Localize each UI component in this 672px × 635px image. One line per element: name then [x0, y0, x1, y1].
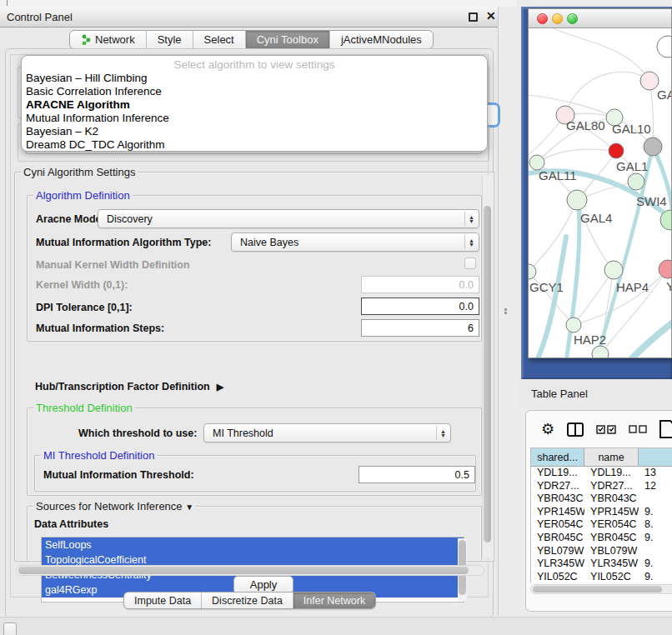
aracne-mode-combo[interactable]: Discovery ▲▼	[98, 209, 479, 228]
mi-threshold-field[interactable]: 0.5	[359, 466, 475, 483]
hub-transcription-expander[interactable]: Hub/Transcription Factor Definition▶	[35, 381, 223, 392]
tab-infer-network[interactable]: Infer Network	[293, 592, 375, 608]
table-cell	[639, 492, 672, 506]
close-traffic-light-icon[interactable]	[537, 13, 548, 24]
column-view-icon[interactable]	[567, 422, 584, 437]
tab-label: Impute Data	[134, 595, 191, 607]
network-edge[interactable]	[649, 81, 654, 147]
sources-group: Sources for Network Inference ▼ Data Att…	[27, 506, 482, 561]
mi-algorithm-type-combo[interactable]: Naive Bayes ▲▼	[231, 232, 479, 252]
network-view-frame[interactable]: GAL7GAL80GAL10GAL11GAL1GAL4SWI4GCY1HAP4Y…	[521, 7, 672, 379]
table-horizontal-scrollbar[interactable]	[530, 584, 672, 594]
table-cell: YLR345W	[584, 558, 639, 571]
expander-right-arrow-icon: ▶	[217, 382, 223, 392]
expander-down-arrow-icon: ▼	[185, 502, 193, 512]
tab-impute-data[interactable]: Impute Data	[124, 592, 202, 608]
mi-steps-field[interactable]: 6	[361, 319, 479, 337]
table-row[interactable]: YDL19...YDL19...13	[531, 467, 672, 480]
algorithm-dropdown-list: Bayesian – Hill ClimbingBasic Correlatio…	[22, 72, 487, 152]
table-row[interactable]: YIL052CYIL052C9.	[531, 571, 672, 582]
node-label: GAL1	[616, 159, 648, 173]
network-node-hap2[interactable]	[566, 318, 581, 332]
algorithm-option[interactable]: Dream8 DC_TDC Algorithm	[22, 138, 487, 152]
column-header[interactable]	[639, 448, 672, 467]
table-cell: YIL052C	[531, 571, 584, 582]
mi-steps-label: Mutual Information Steps:	[36, 322, 164, 334]
network-node-gal4[interactable]	[567, 190, 587, 210]
table-row[interactable]: YLR345WYLR345W9.	[531, 558, 672, 571]
which-threshold-combo[interactable]: MI Threshold ▲▼	[203, 423, 451, 442]
close-icon[interactable]: ✕	[486, 9, 496, 22]
network-node-gcy1[interactable]	[529, 264, 536, 279]
scrollbar-thumb[interactable]	[484, 206, 491, 542]
algorithm-option[interactable]: Basic Correlation Inference	[22, 85, 487, 98]
tab-discretize-data[interactable]: Discretize Data	[202, 592, 293, 608]
network-node-gal1[interactable]	[628, 173, 644, 190]
zoom-traffic-light-icon[interactable]	[567, 13, 578, 24]
control-panel-window: Control Panel ✕ NetworkStyleSelectCyni T…	[0, 7, 499, 615]
document-icon[interactable]	[659, 420, 672, 438]
table-row[interactable]: YBL079WYBL079W	[531, 545, 672, 558]
table-cell: 9.	[639, 532, 672, 545]
table-cell: YDL19...	[584, 467, 639, 480]
network-node[interactable]	[609, 143, 624, 158]
network-node-hap4[interactable]	[604, 261, 623, 279]
dpi-tolerance-field[interactable]: 0.0	[361, 298, 479, 315]
table-cell: YBR043C	[584, 492, 639, 506]
show-all-columns-icon[interactable]	[596, 425, 616, 434]
scrollbar-thumb[interactable]	[533, 586, 662, 592]
which-threshold-label: Which threshold to use:	[78, 428, 197, 439]
network-edge[interactable]	[629, 318, 671, 358]
network-node[interactable]	[644, 138, 662, 156]
column-header[interactable]: name	[584, 448, 639, 467]
mi-threshold-label: Mutual Information Threshold:	[43, 469, 194, 481]
hide-all-columns-icon[interactable]	[629, 425, 647, 433]
dpi-tolerance-label: DPI Tolerance [0,1]:	[36, 302, 133, 313]
tab-style[interactable]: Style	[147, 31, 193, 48]
collapsed-panel-button[interactable]	[3, 622, 17, 635]
panel-splitter-handle[interactable]	[504, 308, 509, 314]
algorithm-option[interactable]: Bayesian – Hill Climbing	[22, 72, 487, 85]
node-table[interactable]: shared...nameYDL19...YDL19...13YDR27...Y…	[530, 448, 672, 582]
tab-jactivemnodules[interactable]: jActiveMNodules	[330, 31, 433, 48]
settings-vertical-scrollbar[interactable]	[482, 176, 492, 558]
kernel-width-field[interactable]: 0.0	[361, 276, 479, 293]
table-row[interactable]: YDR27...YDR27...12	[531, 480, 672, 493]
network-edge[interactable]	[529, 200, 577, 272]
application-root: Control Panel ✕ NetworkStyleSelectCyni T…	[0, 0, 672, 635]
scrollbar-thumb[interactable]	[18, 567, 469, 574]
network-canvas[interactable]: GAL7GAL80GAL10GAL11GAL1GAL4SWI4GCY1HAP4Y…	[529, 28, 671, 358]
algorithm-option[interactable]: ARACNE Algorithm	[22, 98, 487, 112]
float-window-icon[interactable]	[469, 12, 478, 22]
threshold-definition-title: Threshold Definition	[33, 402, 135, 414]
network-graph[interactable]: GAL7GAL80GAL10GAL11GAL1GAL4SWI4GCY1HAP4Y…	[529, 28, 671, 358]
tab-select[interactable]: Select	[193, 31, 246, 48]
node-label: SWI4	[636, 194, 667, 208]
algorithm-option[interactable]: Mutual Information Inference	[22, 112, 487, 125]
network-edge[interactable]	[554, 28, 649, 81]
network-window-titlebar	[529, 9, 671, 28]
tab-network[interactable]: Network	[70, 31, 147, 48]
algorithm-option[interactable]: Bayesian – K2	[22, 125, 487, 138]
table-row[interactable]: YBR043CYBR043C	[531, 492, 672, 506]
node-label: GAL4	[580, 211, 612, 225]
settings-horizontal-scrollbar[interactable]	[16, 565, 484, 576]
settings-gear-icon[interactable]: ⚙	[541, 420, 554, 438]
network-edge[interactable]	[565, 72, 649, 115]
table-row[interactable]: YER054CYER054C8.	[531, 518, 672, 532]
attribute-item[interactable]: SelfLoops	[42, 538, 464, 552]
table-cell: 9.	[639, 506, 672, 519]
control-panel-titlebar: Control Panel ✕	[0, 7, 498, 28]
table-row[interactable]: YPR145WYPR145W9.	[531, 506, 672, 519]
table-cell: YER054C	[584, 518, 639, 532]
manual-kernel-checkbox[interactable]	[464, 258, 476, 269]
table-panel-titlebar: Table Panel	[517, 379, 672, 408]
network-node[interactable]	[657, 36, 671, 58]
table-row[interactable]: YBR045CYBR045C9.	[531, 532, 672, 545]
network-node-gal7[interactable]	[640, 72, 659, 90]
minimize-traffic-light-icon[interactable]	[552, 13, 563, 24]
network-node-y[interactable]	[659, 260, 671, 278]
network-edge[interactable]	[535, 237, 566, 358]
tab-cyni-toolbox[interactable]: Cyni Toolbox	[246, 31, 330, 48]
column-header[interactable]: shared...	[531, 448, 584, 467]
